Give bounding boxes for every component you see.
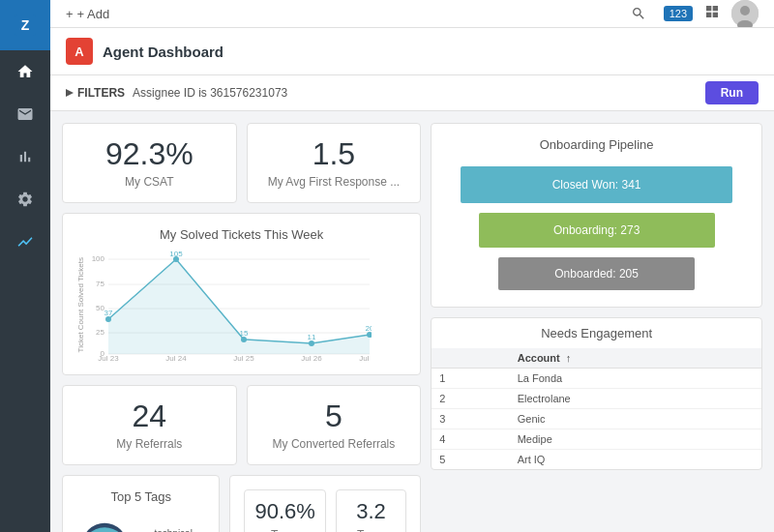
svg-text:75: 75 bbox=[96, 280, 104, 288]
dashboard-title: Agent Dashboard bbox=[103, 44, 223, 60]
csat-card: 92.3% My CSAT bbox=[62, 123, 237, 203]
add-label: + Add bbox=[77, 7, 110, 21]
filter-text: Assignee ID is 361576231073 bbox=[133, 86, 698, 100]
sidebar-item-home[interactable] bbox=[0, 50, 50, 93]
dashboard-header: A Agent Dashboard bbox=[50, 28, 774, 75]
engagement-row: 4Medipe bbox=[432, 429, 761, 450]
dashboard-logo: A bbox=[66, 38, 93, 65]
team-csat-value: 90.6% bbox=[254, 500, 314, 523]
team-avg-response-value: 3.2 bbox=[346, 500, 396, 523]
sidebar-item-gear[interactable] bbox=[0, 178, 50, 221]
run-button[interactable]: Run bbox=[705, 81, 759, 104]
pipeline-bar-1: Closed Won: 341 bbox=[461, 166, 732, 203]
pipeline-bar-3: Onboarded: 205 bbox=[498, 257, 695, 290]
engagement-title: Needs Engagement bbox=[432, 318, 761, 348]
svg-text:Z: Z bbox=[21, 17, 30, 33]
team-avg-response-card: 3.2 Team Avg First Respon... bbox=[336, 489, 406, 532]
csat-label: My CSAT bbox=[76, 175, 223, 189]
pipeline-title: Onboarding Pipeline bbox=[445, 137, 748, 152]
bottom-stats-row: 24 My Referrals 5 My Converted Referrals bbox=[62, 385, 421, 465]
referrals-card: 24 My Referrals bbox=[62, 385, 237, 465]
svg-text:37: 37 bbox=[104, 309, 113, 317]
chart-svg: 100 75 50 25 0 bbox=[91, 250, 372, 361]
add-button[interactable]: + + Add bbox=[66, 7, 109, 21]
dashboard-grid: 92.3% My CSAT 1.5 My Avg First Response … bbox=[50, 111, 774, 532]
filters-bar: FILTERS Assignee ID is 361576231073 Run bbox=[50, 75, 774, 111]
tags-content: technical · 230 billing · 260 bbox=[76, 512, 205, 532]
main-area: + + Add 123 A Agent Dashboard FILTERS As… bbox=[50, 0, 774, 532]
tags-card: Top 5 Tags t bbox=[62, 475, 220, 532]
avg-response-card: 1.5 My Avg First Response ... bbox=[247, 123, 422, 203]
svg-text:105: 105 bbox=[169, 250, 183, 258]
converted-referrals-card: 5 My Converted Referrals bbox=[247, 385, 422, 465]
svg-text:25: 25 bbox=[96, 328, 104, 337]
svg-text:Jul 26: Jul 26 bbox=[301, 354, 322, 361]
svg-text:Jul 23: Jul 23 bbox=[98, 354, 119, 361]
engagement-account-header: Account ↑ bbox=[510, 348, 761, 369]
engagement-row: 1La Fonda bbox=[432, 369, 761, 389]
team-avg-response-label: Team Avg First Respon... bbox=[346, 528, 396, 532]
svg-marker-16 bbox=[108, 259, 370, 354]
solved-tickets-chart: My Solved Tickets This Week Ticket Count… bbox=[62, 213, 421, 375]
bottom-row: Top 5 Tags t bbox=[62, 475, 421, 532]
pipeline-bar-2: Onboarding: 273 bbox=[479, 213, 715, 248]
left-column: 92.3% My CSAT 1.5 My Avg First Response … bbox=[62, 123, 421, 532]
sidebar-logo: Z bbox=[0, 0, 50, 50]
svg-text:20: 20 bbox=[366, 324, 372, 333]
team-csat-card: 90.6% Team CSAT bbox=[244, 489, 325, 532]
svg-text:Jul 27: Jul 27 bbox=[359, 354, 372, 361]
avg-response-label: My Avg First Response ... bbox=[261, 175, 407, 189]
csat-value: 92.3% bbox=[76, 137, 223, 171]
badge-button[interactable]: 123 bbox=[664, 6, 693, 21]
svg-text:11: 11 bbox=[308, 333, 316, 341]
svg-text:Jul 24: Jul 24 bbox=[165, 354, 187, 361]
top-stats-row: 92.3% My CSAT 1.5 My Avg First Response … bbox=[62, 123, 421, 203]
sidebar: Z bbox=[0, 0, 50, 532]
team-stats-card: 90.6% Team CSAT 3.2 Team Avg First Respo… bbox=[229, 475, 421, 532]
svg-text:15: 15 bbox=[240, 329, 249, 338]
svg-text:Jul 25: Jul 25 bbox=[233, 354, 254, 361]
svg-marker-5 bbox=[66, 89, 74, 97]
tags-title: Top 5 Tags bbox=[76, 489, 205, 504]
converted-label: My Converted Referrals bbox=[261, 437, 407, 451]
engagement-row: 3Genic bbox=[432, 409, 761, 429]
engagement-num-header bbox=[432, 348, 509, 369]
svg-text:100: 100 bbox=[92, 254, 105, 263]
converted-value: 5 bbox=[261, 399, 407, 433]
avg-response-value: 1.5 bbox=[261, 137, 407, 171]
team-stats-row: 90.6% Team CSAT 3.2 Team Avg First Respo… bbox=[244, 489, 406, 532]
sidebar-item-inbox[interactable] bbox=[0, 93, 50, 135]
pipeline-bars: Closed Won: 341 Onboarding: 273 Onboarde… bbox=[445, 163, 748, 293]
svg-point-3 bbox=[740, 6, 750, 15]
sidebar-item-chart[interactable] bbox=[0, 135, 50, 178]
filters-label: FILTERS bbox=[66, 86, 125, 100]
engagement-card: Needs Engagement Account ↑ 1La Fonda bbox=[431, 317, 762, 470]
search-button[interactable] bbox=[625, 0, 652, 27]
grid-button[interactable] bbox=[704, 4, 720, 23]
right-column: Onboarding Pipeline Closed Won: 341 Onbo… bbox=[431, 123, 762, 532]
pipeline-card: Onboarding Pipeline Closed Won: 341 Onbo… bbox=[431, 123, 762, 308]
engagement-row: 2Electrolane bbox=[432, 389, 761, 409]
engagement-row: 5Art IQ bbox=[432, 450, 761, 470]
sort-icon[interactable]: ↑ bbox=[566, 352, 572, 364]
tags-legend: technical · 230 billing · 260 bbox=[142, 528, 205, 532]
engagement-table: Account ↑ 1La Fonda 2Electrolane 3Genic … bbox=[432, 348, 761, 469]
chart-title: My Solved Tickets This Week bbox=[76, 227, 406, 242]
avatar[interactable] bbox=[731, 0, 759, 27]
team-csat-label: Team CSAT bbox=[254, 528, 314, 532]
tags-donut-chart bbox=[76, 512, 133, 532]
referrals-label: My Referrals bbox=[76, 437, 223, 451]
y-axis-label: Ticket Count Solved Tickets bbox=[76, 257, 85, 352]
engagement-table-body: 1La Fonda 2Electrolane 3Genic 4Medipe 5A… bbox=[432, 369, 761, 470]
referrals-value: 24 bbox=[76, 399, 223, 433]
plus-icon: + bbox=[66, 7, 74, 21]
sidebar-item-activity[interactable] bbox=[0, 221, 50, 263]
topbar: + + Add 123 bbox=[50, 0, 774, 28]
